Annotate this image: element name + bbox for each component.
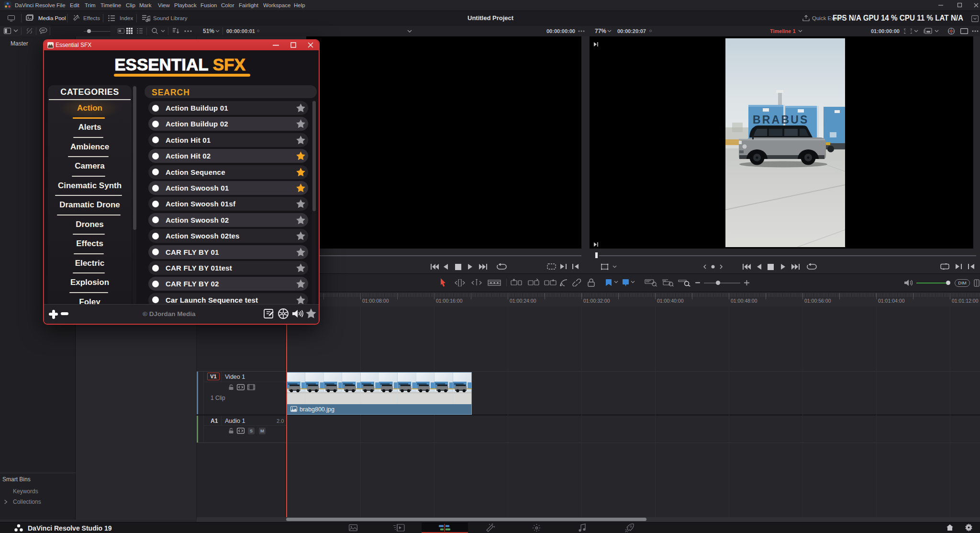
svg-text:BRABUS: BRABUS <box>753 113 809 126</box>
